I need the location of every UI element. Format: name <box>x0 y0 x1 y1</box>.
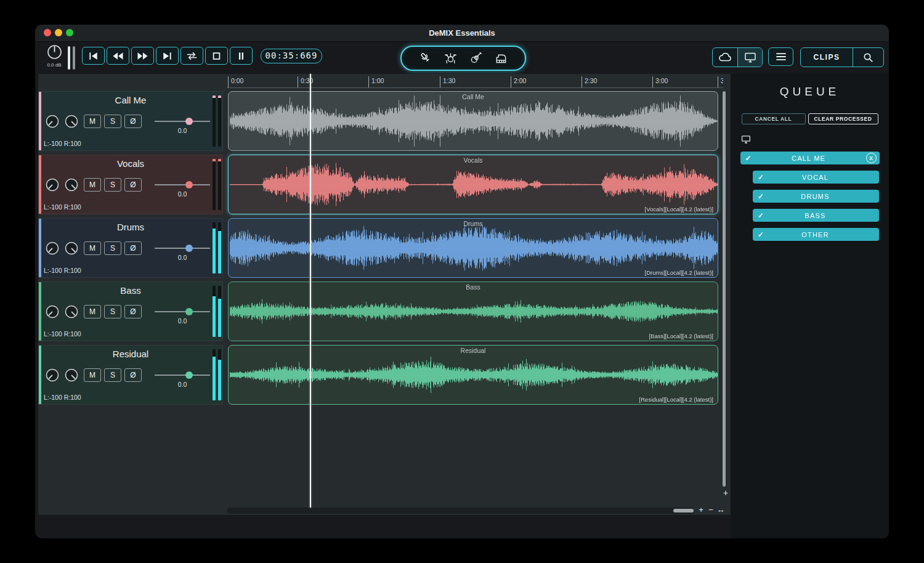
cloud-process-button[interactable] <box>713 48 737 67</box>
solo-button[interactable]: S <box>104 178 121 192</box>
gain-slider[interactable] <box>155 371 210 379</box>
mute-button[interactable]: M <box>84 305 101 318</box>
level-meter-left <box>213 222 216 273</box>
phase-button[interactable]: Ø <box>124 368 142 382</box>
zoom-fit-button[interactable]: ↔ <box>716 505 725 514</box>
solo-button[interactable]: S <box>104 368 121 382</box>
audio-clip-drums[interactable]: Drums[Drums][Local][4.2 (latest)] <box>228 218 718 278</box>
pan-left-knob[interactable] <box>45 368 60 383</box>
mute-button[interactable]: M <box>84 115 101 128</box>
solo-button[interactable]: S <box>104 241 121 255</box>
fast-forward-button[interactable] <box>131 47 154 65</box>
window-title: DeMIX Essentials <box>35 25 889 41</box>
pan-left-knob[interactable] <box>45 241 60 256</box>
zoom-window-button[interactable] <box>66 29 73 36</box>
gain-slider[interactable] <box>155 181 210 188</box>
clips-button[interactable]: CLIPS <box>801 48 853 67</box>
loop-button[interactable] <box>180 47 203 65</box>
level-meter-right <box>218 222 221 273</box>
pause-button[interactable] <box>230 47 253 65</box>
gain-slider[interactable] <box>155 245 210 252</box>
slider-handle[interactable] <box>185 118 193 125</box>
clip-label: Residual <box>229 347 718 354</box>
horizontal-scrollbar[interactable] <box>227 508 694 514</box>
pan-left-knob[interactable] <box>45 304 60 319</box>
search-button[interactable] <box>853 48 883 67</box>
gain-slider[interactable] <box>155 308 210 315</box>
audio-clip-residual[interactable]: Residual[Residual][Local][4.2 (latest)] <box>228 345 718 405</box>
track-header-residual[interactable]: ResidualMSØ0.0L:-100 R:100 <box>38 345 223 405</box>
track-header-drums[interactable]: DrumsMSØ0.0L:-100 R:100 <box>38 218 223 278</box>
waveform-call-me <box>230 94 718 148</box>
stop-button[interactable] <box>205 47 228 65</box>
phase-button[interactable]: Ø <box>124 178 142 192</box>
queue-stem-vocal[interactable]: ✓ VOCAL <box>753 171 879 184</box>
mute-button[interactable]: M <box>84 241 101 255</box>
rewind-button[interactable] <box>107 47 129 65</box>
queue-panel: QUEUE CANCEL ALL CLEAR PROCESSED ✓ CALL … <box>731 74 889 538</box>
desktop: DeMIX Essentials 0.0 dB 00:35:669 <box>0 0 924 563</box>
phase-button[interactable]: Ø <box>124 305 142 318</box>
playhead[interactable] <box>310 74 311 508</box>
clip-lane-bass: Bass[Bass][Local][4.2 (latest)] <box>227 282 719 341</box>
ruler-tick: 3:00 <box>652 76 668 87</box>
pan-right-knob[interactable] <box>64 241 79 256</box>
slider-handle[interactable] <box>185 181 193 188</box>
queue-stem-bass[interactable]: ✓ BASS <box>753 209 879 222</box>
stem-drums-button[interactable] <box>443 51 459 67</box>
rewind-icon <box>111 51 124 61</box>
processing-target-group <box>712 47 763 67</box>
drums-icon <box>444 51 458 65</box>
queue-stem-drums[interactable]: ✓ DRUMS <box>753 190 879 203</box>
audio-clip-vocals[interactable]: Vocals[Vocals][Local][4.2 (latest)] <box>228 155 718 214</box>
zoom-in-button[interactable]: + <box>697 505 705 514</box>
pan-left-knob[interactable] <box>45 114 60 129</box>
vertical-scrollbar-thumb[interactable] <box>723 91 726 487</box>
phase-button[interactable]: Ø <box>124 115 142 128</box>
slider-handle[interactable] <box>185 371 193 379</box>
track-name: Bass <box>39 285 222 296</box>
menu-button[interactable] <box>768 47 793 66</box>
clear-processed-button[interactable]: CLEAR PROCESSED <box>808 113 878 124</box>
vertical-zoom-button[interactable]: + <box>721 488 731 498</box>
track-header-call-me[interactable]: Call MeMSØ0.0L:-100 R:100 <box>38 91 223 151</box>
phase-button[interactable]: Ø <box>124 241 142 255</box>
track-name: Residual <box>39 349 222 359</box>
track-header-bass[interactable]: BassMSØ0.0L:-100 R:100 <box>38 282 223 341</box>
local-process-button[interactable] <box>737 48 762 67</box>
solo-button[interactable]: S <box>104 115 121 128</box>
audio-clip-bass[interactable]: Bass[Bass][Local][4.2 (latest)] <box>228 282 718 341</box>
skip-start-button[interactable] <box>82 47 105 65</box>
stem-bass-button[interactable] <box>468 51 484 67</box>
horizontal-scrollbar-thumb[interactable] <box>673 509 694 512</box>
level-meter-right <box>218 349 221 400</box>
mute-button[interactable]: M <box>84 178 101 192</box>
queue-stem-other[interactable]: ✓ OTHER <box>753 228 879 241</box>
minimize-window-button[interactable] <box>55 29 62 36</box>
stem-vocals-button[interactable] <box>418 51 434 67</box>
pan-right-knob[interactable] <box>64 177 79 192</box>
waveform-bass <box>230 284 718 339</box>
pan-right-knob[interactable] <box>64 114 79 129</box>
timeline-ruler[interactable]: 0:000:301:001:302:002:303:003 <box>227 74 723 88</box>
slider-handle[interactable] <box>185 245 193 252</box>
cancel-all-button[interactable]: CANCEL ALL <box>742 113 806 124</box>
stem-other-button[interactable] <box>493 51 509 67</box>
close-window-button[interactable] <box>44 29 51 36</box>
pan-left-knob[interactable] <box>45 177 60 192</box>
pan-right-knob[interactable] <box>64 304 79 319</box>
skip-end-icon <box>161 51 174 61</box>
audio-clip-call-me[interactable]: Call Me <box>228 91 718 151</box>
skip-end-button[interactable] <box>156 47 179 65</box>
track-header-vocals[interactable]: VocalsMSØ0.0L:-100 R:100 <box>38 155 223 214</box>
vertical-scrollbar[interactable] <box>722 91 726 487</box>
pan-right-knob[interactable] <box>64 368 79 383</box>
queue-job-call-me[interactable]: ✓ CALL ME X <box>740 152 880 164</box>
mute-button[interactable]: M <box>84 368 101 382</box>
solo-button[interactable]: S <box>104 305 121 318</box>
slider-handle[interactable] <box>185 308 193 315</box>
remove-job-button[interactable]: X <box>866 153 877 163</box>
master-gain-control[interactable]: 0.0 dB <box>43 44 66 68</box>
gain-slider[interactable] <box>155 118 210 125</box>
zoom-out-button[interactable]: − <box>707 505 715 514</box>
